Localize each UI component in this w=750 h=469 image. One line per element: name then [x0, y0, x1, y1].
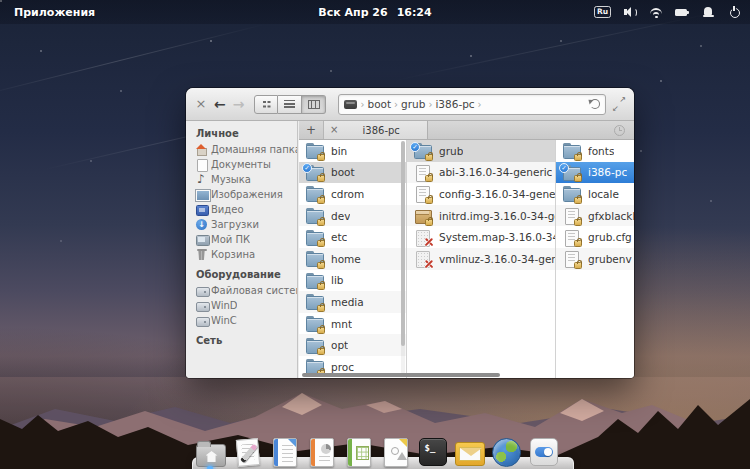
dock-item-files[interactable] — [194, 432, 227, 468]
sidebar-item-pictures[interactable]: Изображения — [186, 187, 297, 202]
sidebar-item-winc[interactable]: WinC — [186, 313, 297, 328]
view-list-button[interactable] — [278, 95, 302, 114]
forward-button[interactable]: → — [233, 97, 245, 111]
file-item-i386-pc[interactable]: i386-pc — [556, 162, 634, 184]
trash-icon — [195, 249, 208, 261]
tab-bar: + × i386-pc — [299, 121, 634, 140]
selected-check-emblem — [410, 142, 420, 152]
sidebar-item-music[interactable]: Музыка — [186, 172, 297, 187]
sidebar-item-home[interactable]: Домашняя папка — [186, 142, 297, 157]
file-item-grubenv[interactable]: grubenv — [556, 248, 634, 270]
file-manager-window: × ← → › boot › grub › i386-pc › — [186, 88, 634, 378]
clock[interactable]: Вск Апр 2616:24 — [318, 6, 431, 19]
file-icon — [563, 229, 580, 245]
dock-item-mail[interactable] — [453, 432, 486, 468]
list-view-icon — [284, 100, 295, 108]
file-item-boot[interactable]: boot — [299, 162, 406, 184]
history-icon[interactable] — [614, 125, 625, 136]
column-grub: fonts i386-pc locale gfxblacklist.txt gr… — [556, 140, 634, 378]
unreadable-file-icon — [414, 251, 431, 267]
power-icon[interactable] — [727, 5, 741, 19]
horizontal-scrollbar[interactable] — [302, 373, 500, 377]
folder-icon — [306, 164, 323, 180]
home-icon — [195, 144, 208, 156]
sidebar-item-downloads[interactable]: Загрузки — [186, 217, 297, 232]
dock: $_ — [192, 429, 574, 469]
draw-icon — [384, 438, 408, 467]
file-item-vmlinuz[interactable]: vmlinuz-3.16.0-34-generic — [407, 248, 555, 270]
file-item-lib[interactable]: lib — [299, 270, 406, 292]
sidebar-section-personal: Личное — [186, 121, 297, 142]
sidebar-item-documents[interactable]: Документы — [186, 157, 297, 172]
system-settings-icon — [530, 438, 558, 466]
dock-item-draw[interactable] — [379, 432, 412, 468]
sidebar-item-wind[interactable]: WinD — [186, 298, 297, 313]
sidebar-item-videos[interactable]: Видео — [186, 202, 297, 217]
dock-item-writer[interactable] — [268, 432, 301, 468]
folder-icon — [414, 143, 431, 159]
refresh-button[interactable] — [590, 99, 600, 109]
file-view-area: + × i386-pc bin boot cdrom dev etc home … — [299, 121, 634, 378]
sidebar-item-my-pc[interactable]: Мой ПК — [186, 232, 297, 247]
maximize-button[interactable] — [613, 98, 625, 110]
breadcrumb-grub[interactable]: grub — [401, 98, 425, 110]
video-icon — [195, 204, 208, 216]
dock-item-impress[interactable] — [305, 432, 338, 468]
file-item-cdrom[interactable]: cdrom — [299, 183, 406, 205]
folder-icon — [306, 186, 323, 202]
path-bar[interactable]: › boot › grub › i386-pc › — [338, 94, 606, 115]
back-button[interactable]: ← — [214, 97, 226, 111]
folder-icon — [306, 208, 323, 224]
unreadable-file-icon — [414, 229, 431, 245]
view-grid-button[interactable] — [254, 95, 278, 114]
file-item-initrd[interactable]: initrd.img-3.16.0-34-generic — [407, 205, 555, 227]
file-item-system-map[interactable]: System.map-3.16.0-34-generic — [407, 226, 555, 248]
file-item-config[interactable]: config-3.16.0-34-generic — [407, 183, 555, 205]
file-item-grub[interactable]: grub — [407, 140, 555, 162]
keyboard-layout-indicator[interactable]: Ru — [594, 6, 611, 18]
dock-item-settings[interactable] — [527, 432, 560, 468]
sidebar: Личное Домашняя папка Документы Музыка И… — [186, 121, 298, 378]
file-item-dev[interactable]: dev — [299, 205, 406, 227]
file-item-bin[interactable]: bin — [299, 140, 406, 162]
file-item-opt[interactable]: opt — [299, 334, 406, 356]
new-tab-button[interactable]: + — [299, 121, 324, 139]
web-browser-icon — [492, 438, 521, 467]
view-columns-button[interactable] — [302, 95, 326, 114]
volume-icon[interactable] — [623, 5, 637, 19]
wifi-icon[interactable] — [649, 5, 663, 19]
close-button[interactable]: × — [195, 98, 207, 110]
file-item-home[interactable]: home — [299, 248, 406, 270]
applications-menu[interactable]: Приложения — [14, 6, 95, 19]
tab-i386-pc[interactable]: × i386-pc — [324, 121, 428, 139]
notifications-icon[interactable] — [701, 5, 715, 19]
tab-close-button[interactable]: × — [330, 125, 338, 135]
breadcrumb-boot[interactable]: boot — [367, 98, 391, 110]
dock-item-text-editor[interactable] — [231, 432, 264, 468]
file-item-mnt[interactable]: mnt — [299, 313, 406, 335]
dock-item-browser[interactable] — [490, 432, 523, 468]
dock-item-calc[interactable] — [342, 432, 375, 468]
file-item-media[interactable]: media — [299, 291, 406, 313]
folder-icon — [306, 316, 323, 332]
filesystem-root-icon[interactable] — [344, 100, 357, 109]
file-item-locale[interactable]: locale — [556, 183, 634, 205]
grid-view-icon — [263, 101, 266, 104]
file-item-gfxblacklist[interactable]: gfxblacklist.txt — [556, 205, 634, 227]
file-item-etc[interactable]: etc — [299, 226, 406, 248]
image-icon — [195, 189, 208, 201]
clock-date: Вск Апр 26 — [318, 6, 387, 19]
file-item-abi[interactable]: abi-3.16.0-34-generic — [407, 162, 555, 184]
vertical-scrollbar[interactable] — [401, 141, 405, 374]
music-icon — [195, 174, 208, 186]
battery-icon[interactable] — [675, 5, 689, 19]
file-item-grub-cfg[interactable]: grub.cfg — [556, 226, 634, 248]
sidebar-item-filesystem[interactable]: Файловая система — [186, 283, 297, 298]
view-switcher — [254, 95, 326, 114]
dock-item-terminal[interactable]: $_ — [416, 432, 449, 468]
file-item-fonts[interactable]: fonts — [556, 140, 634, 162]
writer-icon — [273, 438, 297, 467]
mail-icon — [455, 442, 485, 466]
breadcrumb-i386-pc[interactable]: i386-pc — [435, 98, 474, 110]
sidebar-item-trash[interactable]: Корзина — [186, 247, 297, 262]
